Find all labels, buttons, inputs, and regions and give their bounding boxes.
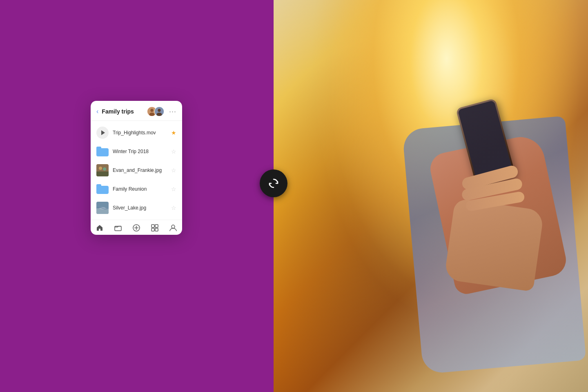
svg-point-4 xyxy=(158,109,160,112)
svg-point-2 xyxy=(149,113,155,116)
image-icon xyxy=(96,164,109,176)
star-icon[interactable]: ★ xyxy=(171,129,176,136)
avatar-2 xyxy=(154,107,164,116)
right-panel xyxy=(274,0,588,392)
file-name: Silver_Lake.jpg xyxy=(113,205,167,211)
nav-add-button[interactable] xyxy=(127,224,146,232)
star-icon[interactable]: ☆ xyxy=(171,167,176,174)
more-button[interactable]: ··· xyxy=(169,107,176,116)
star-icon[interactable]: ☆ xyxy=(171,148,176,155)
list-item[interactable]: Trip_Highlights.mov ★ xyxy=(91,123,182,142)
svg-point-7 xyxy=(99,167,102,170)
svg-rect-18 xyxy=(155,225,158,227)
nav-gallery-button[interactable] xyxy=(145,224,164,232)
folder-icon xyxy=(96,145,109,158)
video-icon xyxy=(96,127,109,139)
home-icon xyxy=(96,224,103,232)
add-icon xyxy=(133,224,140,232)
card-header: ‹ Family trips xyxy=(91,101,182,121)
list-item[interactable]: Family Reunion ☆ xyxy=(91,180,182,198)
file-name: Winter Trip 2018 xyxy=(113,149,167,154)
nav-profile-button[interactable] xyxy=(164,224,182,232)
image-icon xyxy=(96,202,109,214)
avatar-group xyxy=(147,107,164,116)
folders-icon xyxy=(114,224,122,232)
bottom-nav xyxy=(91,220,182,235)
svg-rect-20 xyxy=(155,228,158,231)
profile-icon xyxy=(169,224,177,232)
left-panel: ‹ Family trips xyxy=(0,0,274,392)
svg-point-1 xyxy=(150,109,153,112)
sync-button[interactable] xyxy=(260,169,287,197)
star-icon[interactable]: ☆ xyxy=(171,205,176,211)
file-name: Trip_Highlights.mov xyxy=(113,130,167,136)
list-item[interactable]: Silver_Lake.jpg ☆ xyxy=(91,198,182,217)
nav-folder-button[interactable] xyxy=(109,224,127,232)
folder-title: Family trips xyxy=(102,108,145,115)
svg-rect-19 xyxy=(151,228,154,231)
file-manager-card: ‹ Family trips xyxy=(91,101,182,235)
list-item[interactable]: Winter Trip 2018 ☆ xyxy=(91,142,182,161)
sync-icon xyxy=(267,177,280,189)
file-name: Evan_and_Frankie.jpg xyxy=(113,167,167,173)
nav-home-button[interactable] xyxy=(91,224,109,232)
svg-rect-17 xyxy=(151,225,154,227)
gallery-icon xyxy=(151,224,158,232)
svg-point-5 xyxy=(157,113,162,116)
svg-point-8 xyxy=(103,167,106,171)
back-button[interactable]: ‹ xyxy=(96,108,98,115)
file-name: Family Reunion xyxy=(113,186,167,192)
file-list: Trip_Highlights.mov ★ Winter Trip 2018 ☆ xyxy=(91,121,182,220)
svg-rect-9 xyxy=(96,172,109,176)
folder-icon xyxy=(96,183,109,195)
list-item[interactable]: Evan_and_Frankie.jpg ☆ xyxy=(91,161,182,180)
star-icon[interactable]: ☆ xyxy=(171,186,176,192)
svg-point-21 xyxy=(172,225,175,228)
